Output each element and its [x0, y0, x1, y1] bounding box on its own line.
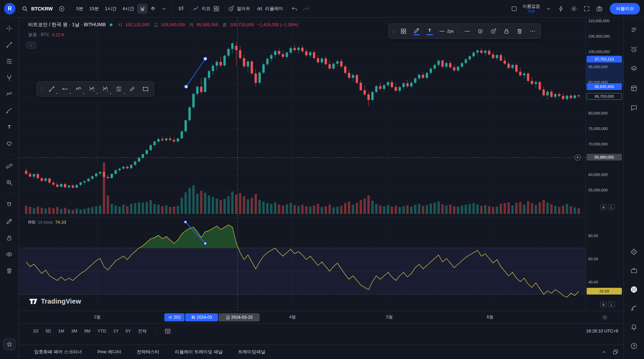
chart-style-button[interactable] [175, 3, 187, 15]
line-color-button[interactable] [410, 25, 423, 38]
range-5Y-button[interactable]: 5Y [125, 327, 131, 334]
sidebar-apps-button[interactable] [628, 284, 640, 295]
quick-action-button[interactable] [555, 3, 567, 15]
bottom-tab-트레이딩패널[interactable]: 트레이딩패널 [238, 349, 265, 355]
range-전체-button[interactable]: 전체 [137, 327, 147, 335]
lock-drawing-button[interactable] [500, 25, 513, 38]
tool-brush[interactable] [3, 104, 15, 117]
sidebar-briefcase-button[interactable] [628, 265, 640, 276]
sidebar-alarm-button[interactable] [628, 44, 640, 55]
delete-drawing-button[interactable] [513, 25, 526, 38]
palette-pattern-button[interactable] [72, 83, 85, 95]
range-YTD-button[interactable]: YTD [97, 327, 107, 334]
rsi-scale-log-button[interactable]: L [608, 302, 615, 307]
sidebar-chat-button[interactable] [628, 102, 640, 114]
palette-rectangle-button[interactable] [139, 83, 152, 95]
timeframe-5분[interactable]: 5분 [73, 4, 86, 14]
palette-trend-line-button[interactable] [45, 83, 58, 95]
save-label[interactable]: 저장 [528, 9, 535, 13]
templates-button[interactable] [397, 25, 410, 38]
tool-pitchfork[interactable] [3, 72, 15, 84]
time-axis[interactable]: 2월4월5월6월수 202화 2024-03금 2024-03-15 [19, 311, 624, 323]
palette-pattern-15-button[interactable]: 15 [86, 83, 98, 95]
publish-button[interactable]: 퍼블리쉬 [610, 3, 640, 14]
favorites-star-button[interactable] [3, 338, 15, 350]
chart-canvas[interactable] [19, 17, 624, 311]
redo-button[interactable] [300, 3, 312, 15]
panel-restore-button[interactable] [612, 349, 619, 355]
replay-button[interactable]: 리플레이 [256, 3, 283, 15]
rsi-legend[interactable]: RSI 14 close 74.33 [28, 220, 66, 225]
palette-channel-button[interactable] [126, 83, 139, 95]
bottom-tab-암호화폐-페어-스크리너[interactable]: 암호화폐 페어 스크리너 [34, 349, 82, 355]
bottom-tab-전략테스터[interactable]: 전략테스터 [137, 349, 160, 355]
sidebar-watchlist-button[interactable] [628, 24, 640, 36]
tool-eye[interactable] [3, 248, 15, 260]
tool-trend-line[interactable] [3, 39, 15, 51]
range-3M-button[interactable]: 3M [70, 327, 78, 334]
panel-collapse-button[interactable] [601, 349, 607, 355]
marker-style-button[interactable] [474, 25, 486, 38]
price-scale-log-button[interactable]: L [608, 204, 615, 210]
layout-name[interactable]: 이름없음 저장 [521, 4, 541, 13]
sidebar-help-button[interactable]: ? [628, 340, 640, 352]
add-alert-plus-icon[interactable]: + [575, 154, 581, 161]
sidebar-bell-button[interactable] [628, 321, 640, 333]
timeframe-4시간[interactable]: 4시간 [119, 4, 137, 14]
indicators-button[interactable]: 지표 [193, 3, 211, 15]
text-color-button[interactable]: T [423, 25, 436, 38]
bottom-tab-리플레이-트레이딩-패널[interactable]: 리플레이 트레이딩 패널 [175, 349, 223, 355]
undo-button[interactable] [289, 3, 300, 15]
bottom-tab-Pine-에디터[interactable]: Pine 에디터 [98, 349, 121, 355]
tool-lock[interactable] [3, 232, 15, 244]
palette-fib-lines-button[interactable] [112, 83, 125, 95]
tool-magnet[interactable] [3, 199, 15, 211]
goto-date-button[interactable] [164, 328, 171, 334]
range-5D-button[interactable]: 5D [45, 327, 52, 334]
layout-select-button[interactable] [508, 3, 520, 15]
indicator-templates-button[interactable] [211, 3, 222, 15]
legend-collapse-button[interactable] [26, 42, 36, 49]
line-width-button[interactable]: 2px [436, 25, 456, 38]
timeframe-15분[interactable]: 15분 [86, 4, 102, 14]
symbol-search[interactable]: BTCKRW [18, 3, 56, 15]
range-1Y-button[interactable]: 1Y [112, 327, 119, 334]
range-6M-button[interactable]: 6M [84, 327, 91, 334]
line-style-button[interactable] [461, 25, 473, 38]
snapshot-button[interactable] [594, 3, 605, 15]
palette-pattern-ac-button[interactable]: AC [99, 83, 112, 95]
more-options-button[interactable] [526, 25, 539, 38]
clock-label[interactable]: 16:28:10 UTC+9 [586, 328, 618, 333]
layout-menu-button[interactable] [543, 3, 554, 15]
price-scale-auto-button[interactable]: A [600, 204, 607, 210]
volume-label[interactable]: 볼륨 · BTC [28, 32, 50, 38]
tool-trash[interactable] [3, 265, 15, 277]
alert-button[interactable]: 얼러트 [228, 3, 251, 15]
symbol-title[interactable]: 비트코인 / 한국 원 · 1날 · BITHUMB [28, 21, 106, 28]
user-avatar[interactable]: R [4, 3, 15, 14]
sidebar-signal-button[interactable] [628, 303, 640, 314]
tool-emoji[interactable] [3, 137, 15, 149]
timeframe-menu-button[interactable] [158, 3, 170, 15]
tool-pattern[interactable] [3, 88, 15, 100]
timeframe-날[interactable]: 날 [137, 4, 148, 14]
sidebar-data-window-button[interactable] [628, 83, 640, 94]
tool-crosshair[interactable] [3, 22, 15, 34]
range-1D-button[interactable]: 1D [32, 327, 39, 334]
add-alert-button[interactable] [487, 25, 499, 38]
sidebar-layers-button[interactable] [628, 63, 640, 75]
tool-ruler[interactable] [3, 160, 15, 172]
sidebar-object-tree-button[interactable] [628, 246, 640, 258]
tool-pencil[interactable] [3, 215, 15, 227]
fullscreen-button[interactable] [581, 3, 592, 15]
add-symbol-button[interactable] [56, 3, 67, 15]
drag-handle-icon[interactable] [390, 26, 396, 36]
drag-handle-icon[interactable] [39, 84, 45, 94]
tool-text-tool[interactable]: T [3, 121, 15, 133]
settings-button[interactable] [568, 3, 580, 15]
palette-horizontal-ray-button[interactable] [59, 83, 71, 95]
tool-zoom-in[interactable] [3, 176, 15, 188]
rsi-scale-auto-button[interactable]: A [600, 302, 607, 307]
timeframe-1시간[interactable]: 1시간 [102, 4, 120, 14]
range-1M-button[interactable]: 1M [57, 327, 65, 334]
